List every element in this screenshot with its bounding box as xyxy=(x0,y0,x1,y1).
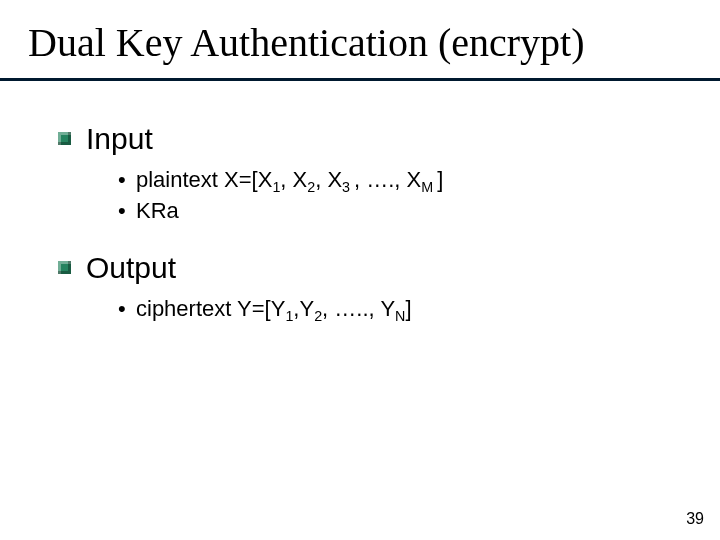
slide-body: Input • plaintext X=[X1, X2, X3 , …., XM… xyxy=(86,120,686,347)
dot-bullet-icon: • xyxy=(118,293,126,325)
ciphertext-sub3: N xyxy=(395,308,405,324)
dot-bullet-icon: • xyxy=(118,195,126,227)
plaintext-sub2: 2 xyxy=(307,179,315,195)
dot-bullet-icon: • xyxy=(118,164,126,196)
bullet-input-label: Input xyxy=(86,122,153,155)
ciphertext-part3: ] xyxy=(405,296,411,321)
output-item-ciphertext: • ciphertext Y=[Y1,Y2, ….., YN] xyxy=(118,293,686,325)
square-bullet-icon xyxy=(58,261,71,274)
input-items: • plaintext X=[X1, X2, X3 , …., XM ] • K… xyxy=(118,164,686,228)
input-item-kra: • KRa xyxy=(118,195,686,227)
plaintext-part0: plaintext X=[X xyxy=(136,167,272,192)
plaintext-part3: , …., X xyxy=(354,167,421,192)
plaintext-part1: , X xyxy=(280,167,307,192)
ciphertext-part0: ciphertext Y=[Y xyxy=(136,296,285,321)
bullet-input: Input xyxy=(86,120,686,158)
page-number: 39 xyxy=(686,510,704,528)
plaintext-sub3: 3 xyxy=(342,179,354,195)
square-bullet-icon xyxy=(58,132,71,145)
bullet-output-label: Output xyxy=(86,251,176,284)
plaintext-sub4: M xyxy=(421,179,437,195)
output-items: • ciphertext Y=[Y1,Y2, ….., YN] xyxy=(118,293,686,325)
bullet-output: Output xyxy=(86,249,686,287)
title-underline xyxy=(0,78,720,81)
ciphertext-part2: , ….., Y xyxy=(322,296,395,321)
ciphertext-part1: ,Y xyxy=(293,296,314,321)
input-item-plaintext: • plaintext X=[X1, X2, X3 , …., XM ] xyxy=(118,164,686,196)
plaintext-part2: , X xyxy=(315,167,342,192)
plaintext-part4: ] xyxy=(437,167,443,192)
slide: Dual Key Authentication (encrypt) Input … xyxy=(0,0,720,540)
ciphertext-sub2: 2 xyxy=(314,308,322,324)
slide-title: Dual Key Authentication (encrypt) xyxy=(28,22,688,64)
kra-text: KRa xyxy=(136,198,179,223)
